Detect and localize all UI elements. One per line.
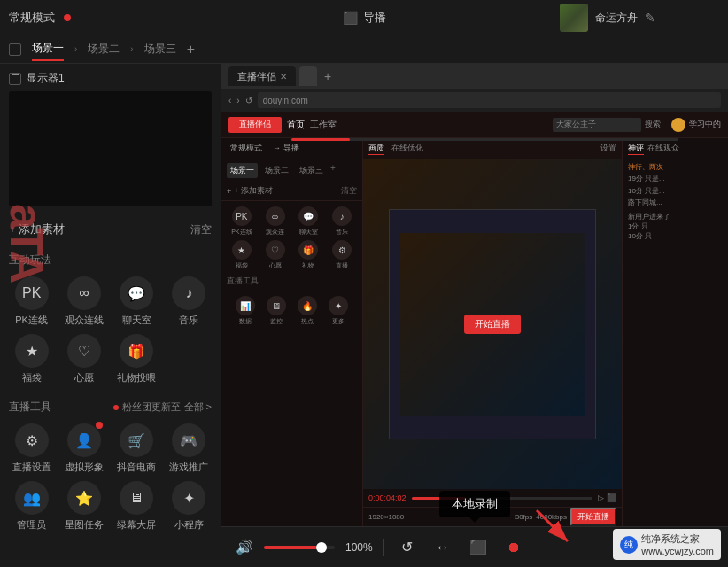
ecommerce-icon: 🛒 <box>120 423 153 457</box>
scene-checkbox[interactable] <box>9 43 21 56</box>
virtual-avatar-badge <box>96 422 103 429</box>
chevron-icon-2: › <box>130 44 133 54</box>
scene-tab-1[interactable]: 场景一 <box>32 37 64 61</box>
interactive-music[interactable]: ♪ 音乐 <box>167 276 212 327</box>
inner-icon-settings[interactable]: ⚙ 直播 <box>327 240 357 270</box>
inner-time-display: 0:00:04:02 <box>368 493 407 502</box>
inner-clear[interactable]: 清空 <box>341 185 357 197</box>
inner-search-button[interactable]: 搜索 <box>645 119 661 130</box>
streaming-inner-app: 直播伴侣 首页 工作室 大家公主子 搜索 学习中的 <box>221 112 728 526</box>
inner-preview-thumb: 开始直播 <box>363 159 622 489</box>
tool-live-settings[interactable]: ⚙ 直播设置 <box>9 423 54 474</box>
inner-tool-2[interactable]: 🖥 监控 <box>263 296 290 326</box>
inner-scenes: 场景一 场景二 场景三 + <box>221 159 362 182</box>
inner-tab-optimize[interactable]: 在线优化 <box>391 143 423 154</box>
broadcast-label[interactable]: 导播 <box>363 10 386 26</box>
tool-star-task[interactable]: ⭐ 星图任务 <box>61 481 106 532</box>
monitor-checkbox[interactable]: ☐ <box>9 73 21 85</box>
inner-icon-music[interactable]: ♪ 音乐 <box>327 206 357 237</box>
top-bar: 常规模式 ⬛ 导播 命运方舟 ✎ <box>0 0 728 35</box>
inner-tool-2-icon: 🖥 <box>267 296 286 315</box>
interactive-gift[interactable]: 🎁 礼物投喂 <box>114 334 159 384</box>
song-edit-icon[interactable]: ✎ <box>645 11 655 25</box>
inner-search-input[interactable]: 大家公主子 <box>553 118 641 132</box>
inner-pk-label: PK连线 <box>231 228 252 237</box>
inner-icon-lucky[interactable]: ★ 福袋 <box>227 240 257 270</box>
inner-tool-1[interactable]: 📊 数据 <box>232 296 259 326</box>
scene-tab-3[interactable]: 场景三 <box>144 38 176 60</box>
browser-back-icon[interactable]: ‹ <box>228 96 231 105</box>
screen-button[interactable]: ⬛ <box>466 535 491 560</box>
fans-update-label: 粉丝团更新至 全部 > <box>122 400 212 414</box>
broadcast-icon: ⬛ <box>343 11 358 25</box>
inner-scene-3[interactable]: 场景三 <box>296 163 327 178</box>
volume-thumb[interactable] <box>316 542 327 553</box>
volume-percent: 100% <box>345 541 373 554</box>
tool-green-screen[interactable]: 🖥 绿幕大屏 <box>114 481 159 532</box>
volume-slider[interactable] <box>264 546 335 549</box>
browser-forward-icon[interactable]: › <box>236 96 239 105</box>
chat-icon: 💬 <box>120 276 153 310</box>
inner-wish-icon: ♡ <box>266 240 285 260</box>
interactive-chat[interactable]: 💬 聊天室 <box>114 276 159 327</box>
volume-icon[interactable]: 🔊 <box>236 539 253 555</box>
tool-admin[interactable]: 👥 管理员 <box>9 481 54 532</box>
mini-program-icon: ✦ <box>172 481 205 515</box>
inner-nav-studio[interactable]: 工作室 <box>310 119 337 131</box>
inner-icon-chat[interactable]: 💬 聊天室 <box>294 206 324 237</box>
scene-tab-2[interactable]: 场景二 <box>88 38 120 60</box>
inner-icon-gift[interactable]: 🎁 礼物 <box>294 240 324 270</box>
record-button[interactable]: ⏺ <box>501 535 526 560</box>
inner-icon-pk[interactable]: PK PK连线 <box>227 206 257 237</box>
inner-icon-wish[interactable]: ♡ 心愿 <box>260 240 290 270</box>
browser-refresh-icon[interactable]: ↺ <box>245 96 252 105</box>
pk-label: PK连线 <box>15 314 48 327</box>
interactive-lucky-bag[interactable]: ★ 福袋 <box>9 334 54 384</box>
music-label: 音乐 <box>179 314 198 327</box>
tool-ecommerce[interactable]: 🛒 抖音电商 <box>114 423 159 474</box>
inner-tool-4-label: 更多 <box>332 317 345 326</box>
fans-update-area[interactable]: 粉丝团更新至 全部 > <box>113 400 212 414</box>
song-thumbnail <box>560 4 588 32</box>
inner-scene-1[interactable]: 场景一 <box>227 163 258 178</box>
add-material-button[interactable]: + 添加素材 <box>9 221 65 237</box>
inner-normal-mode-btn[interactable]: 常规模式 <box>227 141 266 156</box>
inner-scene-2[interactable]: 场景二 <box>261 163 292 178</box>
address-input[interactable]: douyin.com <box>258 92 721 108</box>
inner-preview-settings[interactable]: 设置 <box>600 143 616 154</box>
inner-start-broadcast-button[interactable]: 开始直播 <box>464 315 521 334</box>
inner-right-tab-audience[interactable]: 在线观众 <box>647 143 679 154</box>
inner-panel-top-bar: 常规模式 → 导播 <box>221 138 362 159</box>
browser-window: 直播伴侣 ✕ + ‹ › ↺ douyin.com <box>221 64 728 526</box>
tool-game-promotion[interactable]: 🎮 游戏推广 <box>167 423 212 474</box>
inner-add-material[interactable]: + + 添加素材 清空 <box>221 182 362 201</box>
inner-tool-4[interactable]: ✦ 更多 <box>324 296 352 326</box>
inner-icon-audience[interactable]: ∞ 观众连 <box>260 206 290 237</box>
inner-nav-home[interactable]: 首页 <box>287 119 305 131</box>
inner-msg-text-4: 路下同城... <box>628 198 662 206</box>
inner-scene-add[interactable]: + <box>330 163 336 178</box>
browser-tab-active[interactable]: 直播伴侣 ✕ <box>228 66 296 86</box>
tab-close-icon[interactable]: ✕ <box>280 72 287 82</box>
inner-tool-3[interactable]: 🔥 热点 <box>294 296 321 326</box>
tool-mini-program[interactable]: ✦ 小程序 <box>167 481 212 532</box>
interactive-audience[interactable]: ∞ 观众连线 <box>61 276 106 327</box>
tooltip-box: 本地录制 <box>439 491 510 517</box>
interactive-pk[interactable]: PK PK连线 <box>9 276 54 327</box>
clear-button[interactable]: 清空 <box>190 222 212 237</box>
tool-virtual-avatar[interactable]: 👤 虚拟形象 <box>61 423 106 474</box>
watermark-text-area: 纯净系统之家 www.ycwjzy.com <box>641 532 714 556</box>
inner-right-tab-comments[interactable]: 神评 <box>628 143 644 155</box>
tab-add-button[interactable]: + <box>324 69 331 83</box>
inner-tab-quality[interactable]: 画质 <box>368 143 384 155</box>
interactive-wish[interactable]: ♡ 心愿 <box>61 334 106 384</box>
scene-add-button[interactable]: + <box>187 42 195 58</box>
inner-broadcast-mode-btn[interactable]: → 导播 <box>269 141 303 156</box>
browser-tab-2[interactable] <box>299 66 317 86</box>
top-bar-left: 常规模式 <box>9 10 71 26</box>
song-area: 命运方舟 ✎ <box>551 0 728 35</box>
resize-button[interactable]: ↔ <box>430 535 455 560</box>
inner-body: 常规模式 → 导播 场景一 场景二 场景三 + + + <box>221 138 728 526</box>
watermark: 纯 纯净系统之家 www.ycwjzy.com <box>613 529 721 560</box>
refresh-button[interactable]: ↺ <box>395 535 420 560</box>
